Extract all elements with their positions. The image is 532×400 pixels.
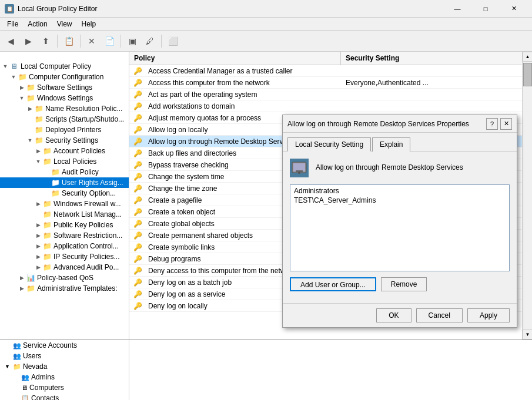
sr-expander[interactable]: ▶ bbox=[34, 231, 42, 240]
listbox-item-0[interactable]: Administrators bbox=[292, 186, 508, 196]
network-list-node[interactable]: 📁 Network List Manag... bbox=[0, 209, 129, 220]
tab-local-security[interactable]: Local Security Setting bbox=[287, 137, 371, 152]
account-policies-node[interactable]: ▶ 📁 Account Policies bbox=[0, 146, 129, 156]
scroll-up-arrow[interactable]: ▲ bbox=[523, 52, 532, 62]
close-button[interactable]: ✕ bbox=[500, 0, 527, 18]
cc-expander[interactable]: ▼ bbox=[9, 73, 18, 81]
toolbar-up[interactable]: ⬆ bbox=[38, 33, 54, 49]
ura-expander[interactable] bbox=[42, 179, 51, 187]
security-options-node[interactable]: 📁 Security Option... bbox=[0, 188, 129, 199]
fw-expander[interactable]: ▶ bbox=[34, 200, 42, 208]
menu-file[interactable]: File bbox=[2, 19, 23, 29]
toolbar-properties[interactable]: 📄 bbox=[101, 33, 118, 49]
minimize-button[interactable]: — bbox=[444, 0, 471, 18]
toolbar-help[interactable]: 🖊 bbox=[142, 33, 158, 49]
app-control-node[interactable]: ▶ 📁 Application Control... bbox=[0, 241, 129, 251]
tree-root[interactable]: ▼ 🖥 Local Computer Policy bbox=[0, 61, 129, 72]
listbox-item-1[interactable]: TEST\CA_Server_Admins bbox=[292, 196, 508, 205]
pk-icon: 📁 bbox=[42, 220, 52, 230]
ac-expander[interactable]: ▶ bbox=[34, 242, 42, 250]
lp-expander[interactable]: ▼ bbox=[34, 157, 42, 166]
menu-action[interactable]: Action bbox=[23, 19, 52, 29]
bt-service-accounts[interactable]: 👥 Service Accounts bbox=[0, 340, 129, 351]
advanced-audit-node[interactable]: ▶ 📁 Advanced Audit Po... bbox=[0, 262, 129, 273]
toolbar-show-hide[interactable]: 📋 bbox=[61, 33, 77, 49]
bt-nevada[interactable]: ▼ 📁 Nevada bbox=[0, 361, 129, 372]
computer-config-node[interactable]: ▼ 📁 Computer Configuration bbox=[0, 72, 129, 82]
sc-expander[interactable] bbox=[26, 115, 34, 123]
qos-expander[interactable]: ▶ bbox=[18, 274, 26, 282]
pk-label: Public Key Policies bbox=[53, 221, 113, 229]
ip-security-node[interactable]: ▶ 📁 IP Security Policies... bbox=[0, 251, 129, 262]
scripts-node[interactable]: 📁 Scripts (Startup/Shutdo... bbox=[0, 114, 129, 125]
bt-contacts[interactable]: 📋 Contacts bbox=[0, 393, 129, 400]
policy-row-1[interactable]: 🔑 Access this computer from the network … bbox=[129, 77, 522, 89]
bt-admins[interactable]: 👥 Admins bbox=[0, 372, 129, 382]
toolbar-delete[interactable]: ✕ bbox=[83, 33, 100, 49]
scroll-track[interactable] bbox=[523, 62, 532, 330]
policy-row-0[interactable]: 🔑 Access Credential Manager as a trusted… bbox=[129, 65, 522, 77]
policy-row-3[interactable]: 🔑 Add workstations to domain bbox=[129, 100, 522, 112]
dp-expander[interactable] bbox=[26, 126, 34, 134]
aa-expander[interactable]: ▶ bbox=[34, 263, 42, 271]
policy-col-header[interactable]: Policy bbox=[129, 52, 341, 65]
bt-computers[interactable]: 🖥 Computers bbox=[0, 382, 129, 393]
toolbar-back[interactable]: ◀ bbox=[2, 33, 19, 49]
firewall-node[interactable]: ▶ 📁 Windows Firewall w... bbox=[0, 199, 129, 209]
bt-sa-label: Service Accounts bbox=[23, 341, 77, 349]
ac-icon: 📁 bbox=[42, 241, 52, 251]
maximize-button[interactable]: □ bbox=[472, 0, 499, 18]
bt-nv-exp[interactable]: ▼ bbox=[5, 364, 13, 369]
nr-expander[interactable]: ▶ bbox=[26, 105, 34, 113]
toolbar-export[interactable]: ▣ bbox=[124, 33, 140, 49]
policy-row-2[interactable]: 🔑 Act as part of the operating system bbox=[129, 89, 522, 100]
ss-expander[interactable]: ▶ bbox=[18, 83, 26, 92]
ap-expander[interactable]: ▶ bbox=[34, 147, 42, 155]
toolbar-sep2 bbox=[80, 35, 81, 48]
toolbar-filter[interactable]: ⬜ bbox=[165, 33, 181, 49]
apply-button[interactable]: Apply bbox=[467, 308, 510, 322]
root-expander[interactable]: ▼ bbox=[1, 62, 9, 70]
local-policies-node[interactable]: ▼ 📁 Local Policies bbox=[0, 156, 129, 167]
left-panel[interactable]: ▼ 🖥 Local Computer Policy ▼ 📁 Computer C… bbox=[0, 52, 129, 340]
policy-row-name-3: Add workstations to domain bbox=[146, 102, 341, 110]
deployed-printers-node[interactable]: 📁 Deployed Printers bbox=[0, 125, 129, 135]
cancel-button[interactable]: Cancel bbox=[416, 308, 463, 322]
so-expander[interactable] bbox=[42, 189, 51, 197]
scroll-down-arrow[interactable]: ▼ bbox=[523, 330, 532, 340]
menu-help[interactable]: Help bbox=[77, 19, 101, 29]
add-user-button[interactable]: Add User or Group... bbox=[290, 277, 376, 291]
public-key-node[interactable]: ▶ 📁 Public Key Policies bbox=[0, 220, 129, 230]
ok-button[interactable]: OK bbox=[376, 308, 411, 322]
dialog-listbox[interactable]: Administrators TEST\CA_Server_Admins bbox=[290, 184, 510, 271]
dialog-help-button[interactable]: ? bbox=[486, 118, 498, 130]
qos-node[interactable]: ▶ 📊 Policy-based QoS bbox=[0, 273, 129, 283]
menu-view[interactable]: View bbox=[52, 19, 77, 29]
admin-templates-node[interactable]: ▶ 📁 Administrative Templates: bbox=[0, 283, 129, 294]
nl-expander[interactable] bbox=[34, 210, 42, 219]
dialog-close-button[interactable]: ✕ bbox=[500, 118, 512, 130]
security-settings-node[interactable]: ▼ 📁 Security Settings bbox=[0, 135, 129, 146]
at-expander[interactable]: ▶ bbox=[18, 284, 26, 293]
dialog-setting-icon bbox=[290, 159, 309, 177]
windows-settings-node[interactable]: ▼ 📁 Windows Settings bbox=[0, 93, 129, 103]
ips-expander[interactable]: ▶ bbox=[34, 253, 42, 261]
policy-row-icon-1: 🔑 bbox=[129, 77, 146, 89]
toolbar-forward[interactable]: ▶ bbox=[20, 33, 36, 49]
user-rights-node[interactable]: 📁 User Rights Assig... bbox=[0, 177, 129, 188]
right-scrollbar[interactable]: ▲ ▼ bbox=[522, 52, 532, 340]
bt-users[interactable]: 👥 Users bbox=[0, 351, 129, 361]
auditpol-expander[interactable] bbox=[42, 168, 51, 176]
remove-button[interactable]: Remove bbox=[381, 277, 427, 291]
setting-col-header[interactable]: Security Setting bbox=[341, 52, 522, 65]
software-settings-node[interactable]: ▶ 📁 Software Settings bbox=[0, 82, 129, 93]
software-restriction-node[interactable]: ▶ 📁 Software Restriction... bbox=[0, 230, 129, 241]
ws-expander[interactable]: ▼ bbox=[18, 94, 26, 102]
audit-policy-node[interactable]: 📁 Audit Policy bbox=[0, 167, 129, 177]
name-resolution-node[interactable]: ▶ 📁 Name Resolution Polic... bbox=[0, 103, 129, 114]
pk-expander[interactable]: ▶ bbox=[34, 221, 42, 229]
secsett-expander[interactable]: ▼ bbox=[26, 136, 34, 144]
tab-explain[interactable]: Explain bbox=[372, 137, 410, 152]
scroll-thumb[interactable] bbox=[523, 63, 532, 86]
bottom-left-tree[interactable]: 👥 Service Accounts 👥 Users ▼ 📁 Nevada 👥 … bbox=[0, 340, 129, 400]
